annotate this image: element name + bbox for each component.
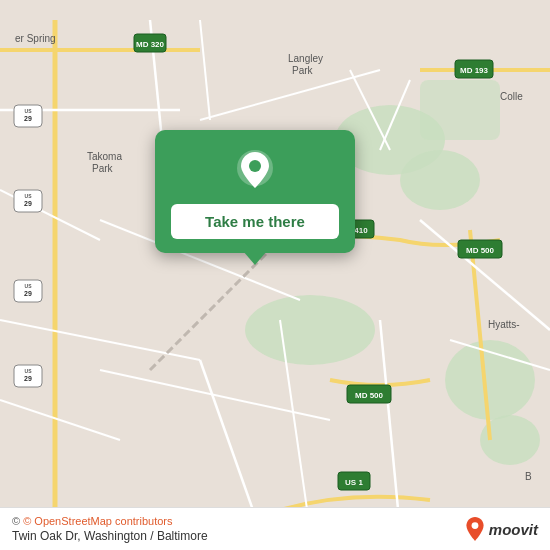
svg-text:MD 320: MD 320 bbox=[136, 40, 165, 49]
svg-text:MD 500: MD 500 bbox=[355, 391, 384, 400]
svg-text:410: 410 bbox=[354, 226, 368, 235]
map-background: US 29 US 29 US 29 US 29 MD 320 MD 193 41… bbox=[0, 0, 550, 550]
moovit-brand-text: moovit bbox=[489, 521, 538, 538]
svg-text:29: 29 bbox=[24, 290, 32, 297]
bottom-bar: © © OpenStreetMap contributors Twin Oak … bbox=[0, 507, 550, 550]
svg-text:Hyatts-: Hyatts- bbox=[488, 319, 520, 330]
svg-text:US 1: US 1 bbox=[345, 478, 363, 487]
svg-text:MD 193: MD 193 bbox=[460, 66, 489, 75]
svg-point-2 bbox=[400, 150, 480, 210]
svg-point-3 bbox=[245, 295, 375, 365]
take-me-there-button[interactable]: Take me there bbox=[171, 204, 339, 239]
svg-text:B: B bbox=[525, 471, 532, 482]
osm-link[interactable]: © OpenStreetMap contributors bbox=[23, 515, 172, 527]
svg-text:Colle: Colle bbox=[500, 91, 523, 102]
location-pin-icon bbox=[233, 148, 277, 192]
svg-text:Park: Park bbox=[92, 163, 114, 174]
popup-arrow bbox=[243, 251, 267, 265]
svg-text:29: 29 bbox=[24, 200, 32, 207]
svg-text:US: US bbox=[25, 108, 33, 114]
moovit-logo: moovit bbox=[465, 517, 538, 541]
svg-text:Park: Park bbox=[292, 65, 314, 76]
location-label: Twin Oak Dr, Washington / Baltimore bbox=[12, 529, 208, 543]
svg-text:er Spring: er Spring bbox=[15, 33, 56, 44]
svg-rect-6 bbox=[420, 80, 500, 140]
svg-text:MD 500: MD 500 bbox=[466, 246, 495, 255]
moovit-pin-icon bbox=[465, 517, 485, 541]
svg-point-62 bbox=[471, 522, 478, 529]
map-container: US 29 US 29 US 29 US 29 MD 320 MD 193 41… bbox=[0, 0, 550, 550]
location-popup: Take me there bbox=[155, 130, 355, 253]
svg-point-61 bbox=[249, 160, 261, 172]
svg-text:US: US bbox=[25, 368, 33, 374]
svg-text:US: US bbox=[25, 193, 33, 199]
svg-text:29: 29 bbox=[24, 115, 32, 122]
svg-text:29: 29 bbox=[24, 375, 32, 382]
svg-text:Langley: Langley bbox=[288, 53, 323, 64]
map-attribution: © © OpenStreetMap contributors bbox=[12, 515, 208, 527]
svg-text:US: US bbox=[25, 283, 33, 289]
svg-text:Takoma: Takoma bbox=[87, 151, 122, 162]
